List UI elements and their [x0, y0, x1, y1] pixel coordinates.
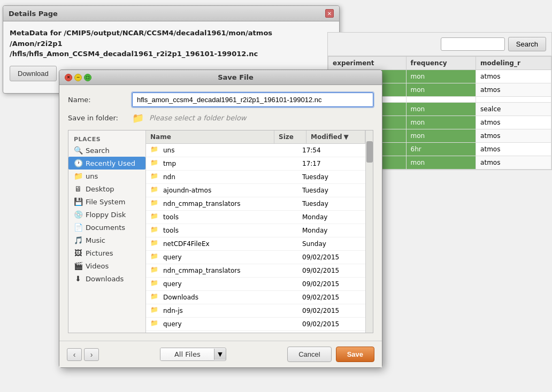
places-icon: 🕐: [74, 159, 82, 167]
places-item-label: Search: [86, 147, 110, 155]
file-name: ndn_cmmap_translators: [163, 200, 270, 207]
files-header: Name Size Modified ▼: [146, 130, 365, 144]
places-list: 🔍Search🕐Recently Used📁uns🖥Desktop💾File S…: [68, 144, 145, 285]
file-row[interactable]: 📁 query 09/02/2015: [146, 318, 365, 331]
file-type-label: All Files: [160, 348, 214, 360]
file-name: netCDF4FileEx: [163, 240, 270, 248]
scrollbar-thumb[interactable]: [366, 141, 373, 163]
cell-frequency: mon: [406, 116, 476, 129]
forward-button[interactable]: ›: [84, 348, 99, 361]
back-button[interactable]: ‹: [67, 348, 82, 361]
file-name: tools: [163, 227, 270, 234]
file-row[interactable]: 📁 tmp 17:17: [146, 157, 365, 171]
places-icon: 💾: [74, 197, 82, 206]
folder-icon: 📁: [150, 172, 160, 182]
save-in-folder-label: Save in folder:: [68, 114, 127, 122]
places-item-label: Videos: [86, 262, 109, 270]
places-icon: 🔍: [74, 146, 82, 155]
places-item-label: Music: [86, 236, 105, 244]
file-row[interactable]: 📁 ndn_cmmap_translators Tuesday: [146, 197, 365, 211]
search-input[interactable]: [441, 37, 505, 51]
header-name: Name: [146, 130, 274, 143]
places-item-videos[interactable]: 🎬Videos: [68, 259, 145, 272]
metadata-line2: /Amon/r2i2p1: [10, 40, 63, 48]
save-body: Name: Save in folder: 📁 Please select a …: [59, 85, 382, 341]
places-item-desktop[interactable]: 🖥Desktop: [68, 182, 145, 195]
places-item-label: Desktop: [86, 185, 114, 193]
file-name: Downloads: [163, 294, 270, 301]
download-button[interactable]: Download: [10, 66, 57, 81]
file-modified: Tuesday: [302, 173, 361, 181]
folder-icon: 📁: [150, 199, 160, 209]
file-row[interactable]: 📁 netCDF4FileEx Sunday: [146, 237, 365, 251]
places-item-floppy-disk[interactable]: 💿Floppy Disk: [68, 208, 145, 221]
places-icon: 🖼: [74, 249, 82, 257]
details-close-button[interactable]: ✕: [325, 9, 334, 18]
places-item-music[interactable]: 🎵Music: [68, 234, 145, 247]
metadata-text: MetaData for /CMIP5/output/NCAR/CCSM4/de…: [10, 28, 333, 59]
folder-icon: 📁: [150, 306, 160, 316]
details-title: Details Page: [9, 10, 58, 18]
file-row[interactable]: 📁 ndn Tuesday: [146, 171, 365, 184]
places-item-search[interactable]: 🔍Search: [68, 144, 145, 157]
file-row[interactable]: 📁 tools Monday: [146, 224, 365, 237]
places-item-downloads[interactable]: ⬇Downloads: [68, 272, 145, 285]
file-name: tools: [163, 213, 270, 221]
dialog-minimize-button[interactable]: −: [74, 74, 82, 81]
places-item-uns[interactable]: 📁uns: [68, 170, 145, 182]
cell-modeling: atmos: [476, 70, 551, 83]
file-row[interactable]: 📁 uns 17:54: [146, 144, 365, 157]
header-modified: Modified ▼: [306, 130, 365, 143]
folder-icon: 📁: [150, 266, 160, 275]
places-item-documents[interactable]: 📄Documents: [68, 221, 145, 234]
places-item-label: Documents: [86, 224, 125, 232]
window-controls: ✕ − □: [65, 74, 91, 81]
scrollbar[interactable]: [365, 130, 373, 333]
file-modified: 09/02/2015: [302, 307, 361, 314]
folder-icon: 📁: [150, 159, 160, 168]
col-modeling: modeling_r: [476, 57, 551, 70]
cell-frequency: mon: [406, 70, 476, 83]
file-modified: 09/02/2015: [302, 253, 361, 261]
cell-modeling: atmos: [476, 156, 551, 170]
file-row[interactable]: 📁 tools Monday: [146, 211, 365, 224]
places-icon: 🖥: [74, 185, 82, 193]
file-row[interactable]: 📁 query 09/02/2015: [146, 251, 365, 264]
cell-frequency: mon: [406, 156, 476, 170]
file-name: query: [163, 253, 270, 261]
places-item-pictures[interactable]: 🖼Pictures: [68, 247, 145, 259]
cell-modeling: atmos: [476, 116, 551, 129]
places-item-recently-used[interactable]: 🕐Recently Used: [68, 157, 145, 170]
places-icon: 💿: [74, 210, 82, 219]
file-row[interactable]: 📁 ajoundn-atmos Tuesday: [146, 184, 365, 197]
dialog-close-button[interactable]: ✕: [65, 74, 72, 81]
save-titlebar: ✕ − □ Save File: [59, 70, 382, 85]
filename-input[interactable]: [132, 93, 373, 107]
name-label: Name:: [68, 96, 127, 104]
filename-row: Name:: [68, 93, 373, 107]
file-modified: 09/02/2015: [302, 320, 361, 328]
file-row[interactable]: 📁 query 09/02/2015: [146, 278, 365, 291]
dialog-maximize-button[interactable]: □: [84, 74, 91, 81]
header-size: Size: [274, 130, 306, 143]
file-name: uns: [163, 147, 270, 154]
file-row[interactable]: 📁 Downloads 09/02/2015: [146, 291, 365, 304]
save-button[interactable]: Save: [336, 347, 374, 362]
places-item-file-system[interactable]: 💾File System: [68, 195, 145, 208]
file-modified: Tuesday: [302, 200, 361, 207]
file-name: ndn-js: [163, 307, 270, 314]
file-row[interactable]: 📁 ndn-js 09/02/2015: [146, 304, 365, 318]
file-type-arrow-icon[interactable]: ▼: [214, 349, 225, 360]
action-buttons: Cancel Save: [287, 347, 374, 362]
cancel-button[interactable]: Cancel: [287, 347, 331, 362]
folder-icon: 📁: [132, 112, 144, 124]
file-row[interactable]: 📁 ndn_cmmap_translators 09/02/2015: [146, 264, 365, 278]
places-icon: ⬇: [74, 274, 82, 283]
file-modified: 09/02/2015: [302, 267, 361, 274]
cell-modeling: atmos: [476, 143, 551, 156]
search-button[interactable]: Search: [508, 37, 546, 51]
files-list[interactable]: 📁 uns 17:54 📁 tmp 17:17 📁 ndn Tuesday 📁 …: [146, 144, 365, 333]
file-type-selector[interactable]: All Files ▼: [160, 348, 226, 361]
dialog-title: Save File: [95, 73, 377, 81]
file-row[interactable]: 📁 cmip5 09/01/2015: [146, 331, 365, 333]
